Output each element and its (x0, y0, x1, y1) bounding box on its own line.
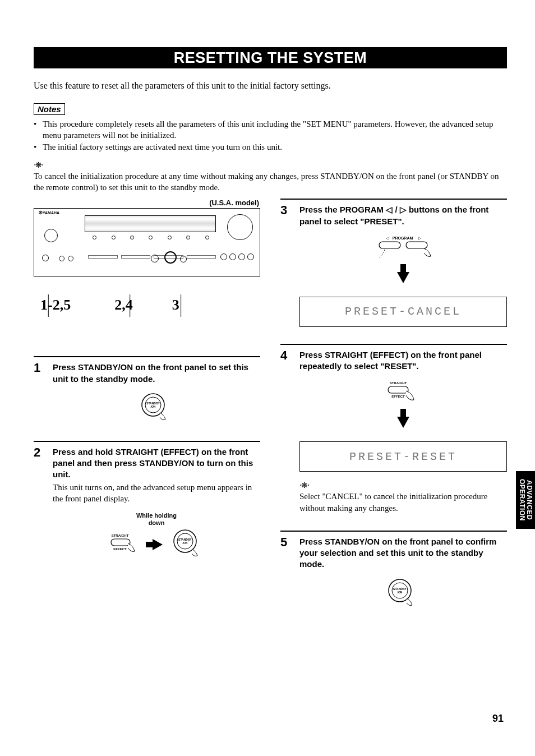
step-body: Press STRAIGHT (EFFECT) on the front pan… (299, 349, 507, 514)
svg-text:/ON: /ON (183, 541, 188, 545)
step4-tip-text: Select "CANCEL" to cancel the initializa… (299, 491, 507, 514)
step-3: 3 Press the PROGRAM ◁ / ▷ buttons on the… (280, 199, 507, 327)
step-illustration: STANDBY /ON (53, 393, 260, 424)
jack-row (220, 253, 254, 260)
svg-text:EFFECT: EFFECT (113, 547, 127, 551)
intro-text: Use this feature to reset all the parame… (34, 81, 507, 91)
cancel-tip: To cancel the initialization procedure a… (34, 170, 507, 193)
step-2: 2 Press and hold STRAIGHT (EFFECT) on th… (34, 441, 260, 561)
notes-label: Notes (34, 103, 65, 115)
step-body: Press STANDBY/ON on the front panel to c… (299, 536, 507, 610)
step-text: Press STRAIGHT (EFFECT) on the front pan… (299, 349, 507, 372)
step-number: 5 (280, 536, 292, 610)
page-number: 91 (492, 713, 504, 725)
columns: (U.S.A. model) ⦿YAMAHA (34, 199, 507, 609)
step-text: Press the PROGRAM ◁ / ▷ buttons on the f… (299, 204, 507, 227)
svg-text:PROGRAM: PROGRAM (393, 236, 413, 240)
svg-rect-18 (379, 242, 400, 248)
left-column: (U.S.A. model) ⦿YAMAHA (34, 199, 260, 609)
illus-caption: While holding down (53, 512, 260, 527)
svg-text:/ON: /ON (151, 405, 156, 408)
display-preset-reset: PRESET-RESET (299, 441, 507, 472)
receiver-display (85, 215, 216, 232)
arrow-down-icon (397, 417, 409, 428)
step-number: 2 (34, 446, 45, 561)
knob (180, 256, 187, 262)
svg-text:EFFECT: EFFECT (391, 395, 405, 398)
step-4: 4 Press STRAIGHT (EFFECT) on the front p… (280, 344, 507, 514)
callout-lines (34, 294, 260, 339)
step-5: 5 Press STANDBY/ON on the front panel to… (280, 531, 507, 610)
knob (68, 256, 73, 261)
callout-layer: 1-2,5 2,4 3 (34, 297, 260, 339)
step-text: Press and hold STRAIGHT (EFFECT) on the … (53, 446, 260, 481)
model-label: (U.S.A. model) (34, 199, 260, 207)
receiver-diagram: ⦿YAMAHA (34, 208, 260, 276)
knob (59, 256, 64, 261)
straight-effect-button-icon: STRAIGHT EFFECT (109, 532, 142, 557)
step-illustration: STRAIGHT EFFECT PRESET-RESET (299, 380, 507, 472)
display-preset-cancel: PRESET-CANCEL (299, 297, 507, 327)
step-body: Press the PROGRAM ◁ / ▷ buttons on the f… (299, 204, 507, 327)
knob (151, 255, 159, 262)
standby-button-icon: STANDBY /ON (388, 578, 419, 610)
page-title-bar: RESETTING THE SYSTEM (34, 47, 507, 68)
svg-text:◁: ◁ (386, 236, 389, 240)
step-illustration: ◁ PROGRAM ▷ PRESET-CANCEL (299, 235, 507, 327)
step-1: 1 Press STANDBY/ON on the front panel to… (34, 356, 260, 424)
step-number: 1 (34, 362, 45, 424)
arrow-right-icon (153, 539, 163, 550)
svg-text:/ON: /ON (398, 591, 403, 594)
tip-icon: ⋅❋⋅ (34, 160, 507, 169)
step-number: 4 (280, 349, 292, 514)
note-item: This procedure completely resets all the… (34, 118, 507, 141)
standby-button-icon: STANDBY /ON (141, 393, 172, 424)
left-triangle-icon: ◁ (386, 205, 393, 214)
right-triangle-icon: ▷ (400, 205, 407, 214)
svg-rect-9 (111, 539, 130, 546)
step-subtext: This unit turns on, and the advanced set… (53, 482, 260, 505)
step-illustration: While holding down STRAIGHT EFFECT (53, 512, 260, 560)
step-illustration: STANDBY /ON (299, 578, 507, 610)
step-body: Press STANDBY/ON on the front panel to s… (53, 362, 260, 424)
notes-list: This procedure completely resets all the… (34, 118, 507, 153)
section-tab: ADVANCED OPERATION (516, 471, 535, 529)
step4-tip: ⋅❋⋅ Select "CANCEL" to cancel the initia… (299, 481, 507, 514)
note-item: The initial factory settings are activat… (34, 141, 507, 153)
knob (164, 251, 177, 264)
step-body: Press and hold STRAIGHT (EFFECT) on the … (53, 446, 260, 561)
program-buttons-icon: ◁ PROGRAM ▷ (356, 235, 451, 262)
svg-rect-21 (388, 386, 408, 393)
right-column: 3 Press the PROGRAM ◁ / ▷ buttons on the… (280, 199, 507, 609)
standby-knob (44, 229, 58, 242)
step-number: 3 (280, 204, 292, 327)
standby-button-icon: STANDBY /ON (173, 529, 204, 560)
step-text: Press STANDBY/ON on the front panel to s… (53, 362, 260, 385)
button-dots (90, 236, 211, 239)
volume-dial (227, 214, 253, 240)
knob (42, 255, 49, 261)
tip-icon: ⋅❋⋅ (299, 481, 507, 490)
straight-effect-button-icon: STRAIGHT EFFECT (384, 380, 423, 407)
arrow-down-icon (397, 272, 409, 283)
page-title: RESETTING THE SYSTEM (174, 49, 367, 67)
svg-text:STRAIGHT: STRAIGHT (112, 534, 129, 537)
svg-rect-19 (406, 242, 427, 248)
svg-text:STRAIGHT: STRAIGHT (390, 381, 407, 385)
brand-logo: ⦿YAMAHA (39, 211, 59, 215)
page: RESETTING THE SYSTEM Use this feature to… (0, 0, 535, 756)
step-text: Press STANDBY/ON on the front panel to c… (299, 536, 507, 570)
svg-text:▷: ▷ (418, 236, 422, 240)
